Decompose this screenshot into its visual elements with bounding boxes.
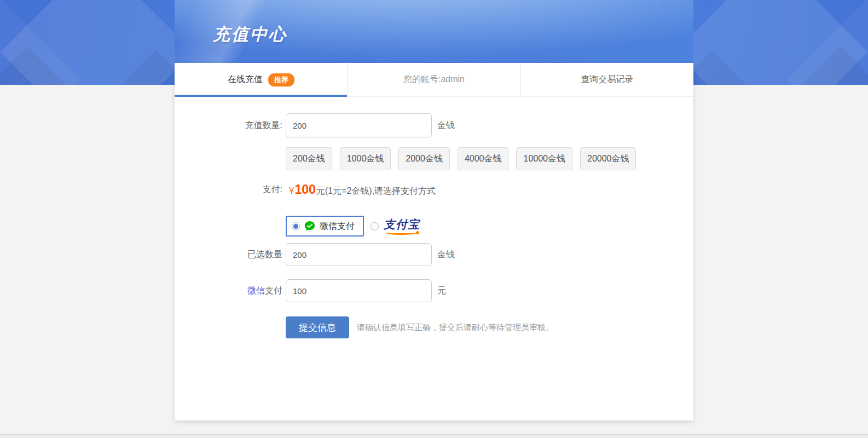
wechat-pay-radio[interactable] xyxy=(292,222,300,230)
tab-transaction-history[interactable]: 查询交易记录 xyxy=(520,63,693,96)
recharge-amount-label: 充值数量: xyxy=(175,120,282,131)
recharge-amount-unit: 金钱 xyxy=(437,120,455,131)
submit-row: 提交信息 请确认信息填写正确，提交后请耐心等待管理员审核。 xyxy=(175,316,693,338)
recommended-badge: 推荐 xyxy=(268,73,294,87)
recharge-card: 在线充值 推荐 您的账号:admin 查询交易记录 充值数量: 金钱 200金钱… xyxy=(175,63,693,420)
quick-amount-row: 200金钱 1000金钱 2000金钱 4000金钱 10000金钱 20000… xyxy=(175,147,693,170)
pay-amount-unit: 元 xyxy=(437,285,446,297)
recharge-amount-input[interactable] xyxy=(286,113,432,137)
alipay-logo-swoosh xyxy=(385,230,418,235)
pay-amount-label: 微信支付 xyxy=(175,285,282,297)
selected-amount-row: 已选数量 金钱 xyxy=(175,243,693,266)
pay-method-name: 微信 xyxy=(247,286,265,295)
alipay-radio[interactable] xyxy=(371,222,379,230)
selected-amount-input[interactable] xyxy=(286,243,432,266)
payment-amount: 100 xyxy=(294,182,315,197)
payment-rate-note: 元(1元=2金钱),请选择支付方式 xyxy=(316,186,436,197)
selected-amount-label: 已选数量 xyxy=(175,249,282,261)
tab-account[interactable]: 您的账号:admin xyxy=(347,63,520,96)
payment-summary-label: 支付: xyxy=(175,184,282,195)
tab-online-recharge[interactable]: 在线充值 推荐 xyxy=(175,63,347,96)
tab-online-recharge-label: 在线充值 xyxy=(228,74,263,85)
footer-divider xyxy=(0,434,868,438)
alipay-logo-text: 支付宝 xyxy=(384,218,420,230)
page-title: 充值中心 xyxy=(213,23,287,46)
quick-amount-button-1000[interactable]: 1000金钱 xyxy=(340,147,391,170)
recharge-amount-row: 充值数量: 金钱 xyxy=(175,113,693,137)
wechat-pay-option[interactable]: 微信支付 xyxy=(286,216,364,237)
selected-amount-unit: 金钱 xyxy=(437,249,455,261)
header-pattern-left xyxy=(0,0,181,85)
tab-bar: 在线充值 推荐 您的账号:admin 查询交易记录 xyxy=(175,63,693,97)
quick-amount-button-20000[interactable]: 20000金钱 xyxy=(580,147,636,170)
quick-amount-button-2000[interactable]: 2000金钱 xyxy=(398,147,450,170)
pay-amount-row: 微信支付 元 xyxy=(175,279,693,302)
header-pattern-right xyxy=(687,0,868,85)
payment-method-row: 微信支付 支付宝 xyxy=(175,216,693,237)
wechat-pay-icon xyxy=(304,220,316,232)
payment-summary-row: 支付: ¥ 100 元(1元=2金钱),请选择支付方式 xyxy=(175,182,693,197)
quick-amount-button-10000[interactable]: 10000金钱 xyxy=(516,147,572,170)
quick-amount-button-200[interactable]: 200金钱 xyxy=(286,147,332,170)
recharge-form: 充值数量: 金钱 200金钱 1000金钱 2000金钱 4000金钱 1000… xyxy=(175,97,693,338)
currency-symbol: ¥ xyxy=(289,186,294,197)
tab-account-label: 您的账号:admin xyxy=(403,74,465,85)
alipay-logo: 支付宝 xyxy=(384,217,420,235)
quick-amount-button-4000[interactable]: 4000金钱 xyxy=(458,147,509,170)
pay-method-suffix: 支付 xyxy=(265,286,282,295)
tab-transaction-history-label: 查询交易记录 xyxy=(581,74,633,85)
submit-hint-text: 请确认信息填写正确，提交后请耐心等待管理员审核。 xyxy=(357,322,554,333)
alipay-option[interactable]: 支付宝 xyxy=(371,217,420,235)
pay-amount-input[interactable] xyxy=(286,279,432,302)
wechat-pay-label: 微信支付 xyxy=(320,221,355,232)
submit-button[interactable]: 提交信息 xyxy=(286,316,349,338)
